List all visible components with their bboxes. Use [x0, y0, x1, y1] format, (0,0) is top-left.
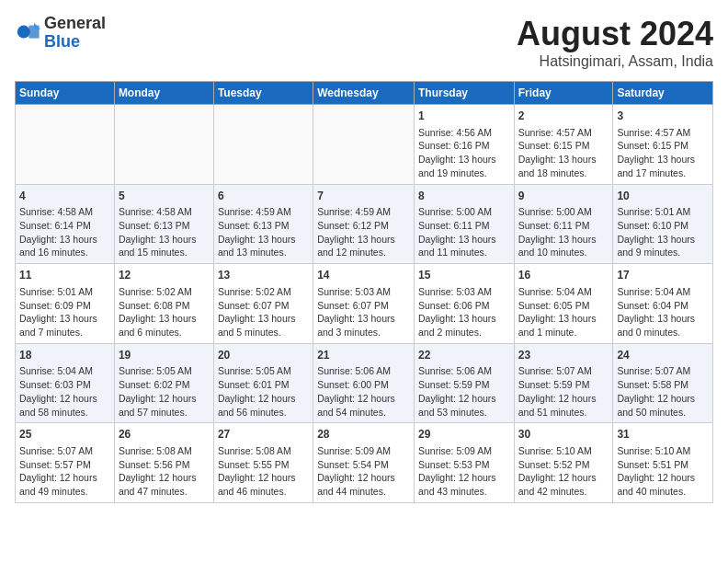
calendar-cell — [213, 105, 313, 185]
day-info: and 19 minutes. — [418, 167, 510, 180]
day-info: Sunrise: 4:57 AM — [617, 126, 709, 140]
day-number: 4 — [19, 189, 110, 204]
calendar-cell — [313, 105, 415, 185]
day-number: 27 — [218, 427, 309, 442]
day-info: Daylight: 13 hours — [317, 312, 410, 326]
day-number: 24 — [617, 348, 709, 363]
day-info: and 43 minutes. — [418, 485, 510, 499]
calendar-cell: 13Sunrise: 5:02 AMSunset: 6:07 PMDayligh… — [213, 264, 313, 344]
calendar-cell: 4Sunrise: 4:58 AMSunset: 6:14 PMDaylight… — [16, 184, 115, 264]
weekday-header-monday: Monday — [114, 82, 213, 105]
calendar-cell: 6Sunrise: 4:59 AMSunset: 6:13 PMDaylight… — [213, 184, 313, 264]
day-info: and 15 minutes. — [119, 246, 210, 259]
day-info: and 58 minutes. — [19, 406, 110, 419]
day-number: 22 — [418, 348, 510, 363]
calendar-cell: 2Sunrise: 4:57 AMSunset: 6:15 PMDaylight… — [514, 105, 613, 185]
day-info: Daylight: 13 hours — [119, 312, 210, 326]
day-info: Sunrise: 5:02 AM — [119, 285, 210, 299]
day-info: Sunrise: 5:04 AM — [617, 285, 709, 299]
calendar-cell: 1Sunrise: 4:56 AMSunset: 6:16 PMDaylight… — [414, 105, 514, 185]
day-info: and 3 minutes. — [317, 326, 410, 339]
day-info: and 7 minutes. — [19, 326, 110, 339]
day-info: Sunset: 5:59 PM — [418, 378, 510, 392]
calendar-cell: 11Sunrise: 5:01 AMSunset: 6:09 PMDayligh… — [16, 264, 115, 344]
calendar-cell: 8Sunrise: 5:00 AMSunset: 6:11 PMDaylight… — [414, 184, 514, 264]
day-info: Sunrise: 5:06 AM — [317, 364, 410, 378]
title-block: August 2024 Hatsingimari, Assam, India — [517, 15, 713, 70]
day-info: Sunrise: 4:57 AM — [518, 126, 609, 140]
calendar-cell: 19Sunrise: 5:05 AMSunset: 6:02 PMDayligh… — [114, 343, 213, 423]
calendar-week-row: 11Sunrise: 5:01 AMSunset: 6:09 PMDayligh… — [16, 264, 713, 344]
day-info: Sunrise: 5:03 AM — [418, 285, 510, 299]
day-info: and 11 minutes. — [418, 246, 510, 259]
day-info: Daylight: 13 hours — [518, 153, 609, 167]
day-info: Daylight: 12 hours — [19, 471, 110, 485]
day-info: Daylight: 12 hours — [119, 471, 210, 485]
day-number: 8 — [418, 189, 510, 204]
day-info: Sunrise: 4:58 AM — [119, 205, 210, 219]
calendar-week-row: 25Sunrise: 5:07 AMSunset: 5:57 PMDayligh… — [16, 423, 713, 503]
day-number: 1 — [418, 109, 510, 124]
day-info: Sunset: 6:07 PM — [317, 299, 410, 313]
day-info: Sunrise: 5:05 AM — [119, 364, 210, 378]
day-info: Daylight: 12 hours — [218, 392, 309, 406]
day-info: Daylight: 13 hours — [218, 312, 309, 326]
day-number: 19 — [119, 348, 210, 363]
calendar-cell: 25Sunrise: 5:07 AMSunset: 5:57 PMDayligh… — [16, 423, 115, 503]
calendar-cell: 7Sunrise: 4:59 AMSunset: 6:12 PMDaylight… — [313, 184, 415, 264]
day-info: Sunset: 6:00 PM — [317, 378, 410, 392]
day-info: and 49 minutes. — [19, 485, 110, 499]
day-info: Daylight: 13 hours — [19, 233, 110, 247]
day-info: Sunset: 6:01 PM — [218, 378, 309, 392]
calendar-week-row: 1Sunrise: 4:56 AMSunset: 6:16 PMDaylight… — [16, 105, 713, 185]
day-number: 23 — [518, 348, 609, 363]
day-info: and 18 minutes. — [518, 167, 609, 180]
day-info: Sunrise: 4:56 AM — [418, 126, 510, 140]
day-number: 29 — [418, 427, 510, 442]
day-info: Sunrise: 5:09 AM — [418, 444, 510, 458]
day-number: 18 — [19, 348, 110, 363]
day-info: Daylight: 13 hours — [119, 233, 210, 247]
day-info: Sunrise: 5:09 AM — [317, 444, 410, 458]
calendar-cell: 21Sunrise: 5:06 AMSunset: 6:00 PMDayligh… — [313, 343, 415, 423]
calendar-cell: 9Sunrise: 5:00 AMSunset: 6:11 PMDaylight… — [514, 184, 613, 264]
day-info: and 6 minutes. — [119, 326, 210, 339]
day-info: and 2 minutes. — [418, 326, 510, 339]
day-info: Sunrise: 5:03 AM — [317, 285, 410, 299]
day-info: Sunrise: 5:10 AM — [518, 444, 609, 458]
calendar-cell: 18Sunrise: 5:04 AMSunset: 6:03 PMDayligh… — [16, 343, 115, 423]
day-info: Sunset: 5:53 PM — [418, 458, 510, 472]
day-number: 11 — [19, 268, 110, 283]
day-info: Daylight: 12 hours — [19, 392, 110, 406]
day-info: Sunrise: 4:59 AM — [218, 205, 309, 219]
day-info: Daylight: 13 hours — [617, 312, 709, 326]
day-info: Sunrise: 4:58 AM — [19, 205, 110, 219]
calendar-cell: 17Sunrise: 5:04 AMSunset: 6:04 PMDayligh… — [613, 264, 713, 344]
day-info: Sunset: 5:57 PM — [19, 458, 110, 472]
day-info: Daylight: 12 hours — [119, 392, 210, 406]
day-info: and 5 minutes. — [218, 326, 309, 339]
day-number: 5 — [119, 189, 210, 204]
day-number: 14 — [317, 268, 410, 283]
calendar-cell: 28Sunrise: 5:09 AMSunset: 5:54 PMDayligh… — [313, 423, 415, 503]
day-info: Sunset: 6:07 PM — [218, 299, 309, 313]
day-info: Daylight: 13 hours — [617, 153, 709, 167]
day-info: and 57 minutes. — [119, 406, 210, 419]
weekday-header-sunday: Sunday — [16, 82, 115, 105]
day-number: 12 — [119, 268, 210, 283]
day-info: Daylight: 13 hours — [617, 233, 709, 247]
day-number: 30 — [518, 427, 609, 442]
day-info: and 10 minutes. — [518, 246, 609, 259]
calendar-cell: 31Sunrise: 5:10 AMSunset: 5:51 PMDayligh… — [613, 423, 713, 503]
calendar-cell: 24Sunrise: 5:07 AMSunset: 5:58 PMDayligh… — [613, 343, 713, 423]
day-number: 26 — [119, 427, 210, 442]
day-info: Sunset: 6:02 PM — [119, 378, 210, 392]
day-info: Daylight: 13 hours — [418, 153, 510, 167]
day-number: 16 — [518, 268, 609, 283]
day-info: and 9 minutes. — [617, 246, 709, 259]
weekday-header-wednesday: Wednesday — [313, 82, 415, 105]
calendar-cell: 3Sunrise: 4:57 AMSunset: 6:15 PMDaylight… — [613, 105, 713, 185]
day-info: Daylight: 12 hours — [518, 471, 609, 485]
day-info: Sunrise: 4:59 AM — [317, 205, 410, 219]
calendar-cell: 30Sunrise: 5:10 AMSunset: 5:52 PMDayligh… — [514, 423, 613, 503]
